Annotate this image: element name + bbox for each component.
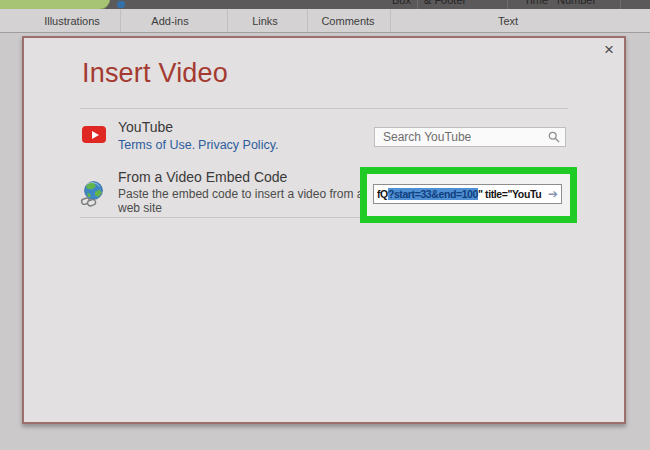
- arrow-right-icon: ➔: [548, 187, 558, 201]
- ribbon-button-label-textbox: Box: [392, 0, 411, 6]
- ribbon-group-links: Links: [252, 15, 278, 27]
- ribbon-group-separator: [120, 9, 121, 32]
- ribbon-button-label-headerfooter: & Footer: [424, 0, 466, 6]
- embed-code-heading: From a Video Embed Code: [118, 169, 287, 185]
- embed-code-selected-text: ?start=33&end=100: [388, 188, 478, 200]
- ribbon-button-label-datetime: Time: [524, 0, 548, 6]
- ribbon-group-separator: [307, 9, 308, 32]
- embed-code-after: " title="YouTu: [478, 188, 541, 200]
- youtube-search-box: [374, 127, 566, 147]
- annotation-inner-area: fQ?start=33&end=100" title="YouTu ➔: [367, 174, 570, 216]
- green-accent-shape: [0, 0, 110, 9]
- ribbon-group-comments: Comments: [321, 15, 374, 27]
- globe-link-icon: [80, 180, 106, 207]
- close-button[interactable]: ×: [600, 40, 618, 60]
- ribbon-group-separator: [227, 9, 228, 32]
- embed-code-description: Paste the embed code to insert a video f…: [118, 187, 370, 215]
- ribbon-separator: [620, 0, 621, 9]
- ribbon-group-separator: [390, 9, 391, 32]
- privacy-policy-link[interactable]: Privacy Policy.: [198, 138, 278, 152]
- insert-video-dialog: × Insert Video YouTube Terms of Use.Priv…: [22, 36, 626, 424]
- ribbon-group-row: Illustrations Add-ins Links Comments Tex…: [0, 9, 650, 33]
- youtube-search-input[interactable]: [374, 127, 566, 147]
- play-icon: [92, 131, 99, 139]
- ribbon-top-bar: Box & Footer Time Number: [0, 0, 650, 9]
- embed-code-text: fQ?start=33&end=100" title="YouTu: [377, 188, 546, 200]
- youtube-legal-links: Terms of Use.Privacy Policy.: [118, 138, 281, 152]
- terms-of-use-link[interactable]: Terms of Use.: [118, 138, 195, 152]
- dialog-title: Insert Video: [82, 58, 228, 89]
- ribbon-button-label-slidenumber: Number: [557, 0, 596, 6]
- ribbon-group-addins: Add-ins: [151, 15, 188, 27]
- embed-code-input[interactable]: fQ?start=33&end=100" title="YouTu ➔: [373, 184, 562, 204]
- ribbon-group-text: Text: [498, 15, 518, 27]
- ribbon-button-icon-partial: [117, 1, 125, 8]
- ribbon-separator: [417, 0, 418, 9]
- embed-code-before: fQ: [377, 188, 388, 200]
- divider: [80, 108, 568, 109]
- youtube-source-label: YouTube: [118, 119, 173, 135]
- annotation-highlight-box: fQ?start=33&end=100" title="YouTu ➔: [360, 167, 577, 223]
- ribbon-separator: [507, 0, 508, 9]
- ribbon-group-illustrations: Illustrations: [44, 15, 100, 27]
- youtube-icon: [82, 126, 106, 143]
- search-icon[interactable]: [548, 131, 560, 143]
